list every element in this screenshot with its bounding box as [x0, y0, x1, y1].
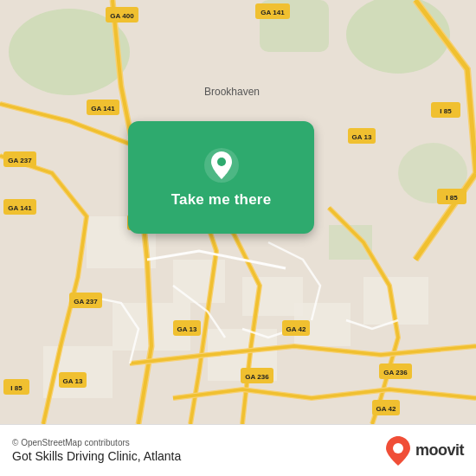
svg-text:GA 400: GA 400 [110, 12, 134, 20]
moovit-logo: moovit [386, 436, 464, 466]
svg-rect-7 [173, 260, 225, 303]
svg-text:GA 237: GA 237 [8, 157, 32, 164]
svg-text:I 85: I 85 [10, 384, 23, 392]
svg-text:GA 13: GA 13 [63, 377, 83, 385]
svg-text:GA 141: GA 141 [91, 105, 115, 113]
bottom-info-bar: © OpenStreetMap contributors Got Skills … [0, 424, 476, 476]
svg-text:GA 141: GA 141 [261, 9, 285, 16]
svg-text:GA 42: GA 42 [376, 405, 396, 413]
svg-text:GA 237: GA 237 [74, 298, 98, 306]
location-pin-icon [203, 146, 241, 184]
svg-text:GA 141: GA 141 [8, 204, 32, 212]
svg-point-50 [217, 158, 226, 166]
place-name-label: Got Skills Driving Clinic, Atlanta [12, 449, 181, 463]
svg-text:GA 13: GA 13 [177, 325, 197, 333]
take-me-there-button-label: Take me there [171, 191, 272, 209]
osm-attribution: © OpenStreetMap contributors [12, 438, 181, 447]
svg-text:I 85: I 85 [440, 107, 452, 115]
moovit-brand-text: moovit [415, 441, 464, 460]
svg-text:Brookhaven: Brookhaven [204, 86, 260, 98]
svg-text:I 85: I 85 [446, 194, 458, 202]
map-view: GA 141 GA 400 GA 237 GA 141 GA 141 GA 40… [0, 0, 476, 424]
moovit-pin-icon [386, 436, 410, 466]
take-me-there-card[interactable]: Take me there [128, 121, 314, 234]
svg-text:GA 236: GA 236 [383, 369, 408, 376]
svg-text:GA 236: GA 236 [245, 373, 269, 381]
svg-rect-8 [242, 277, 303, 316]
svg-text:GA 42: GA 42 [286, 325, 306, 333]
svg-point-51 [393, 443, 403, 453]
place-info: © OpenStreetMap contributors Got Skills … [12, 438, 181, 463]
svg-text:GA 13: GA 13 [352, 133, 372, 141]
